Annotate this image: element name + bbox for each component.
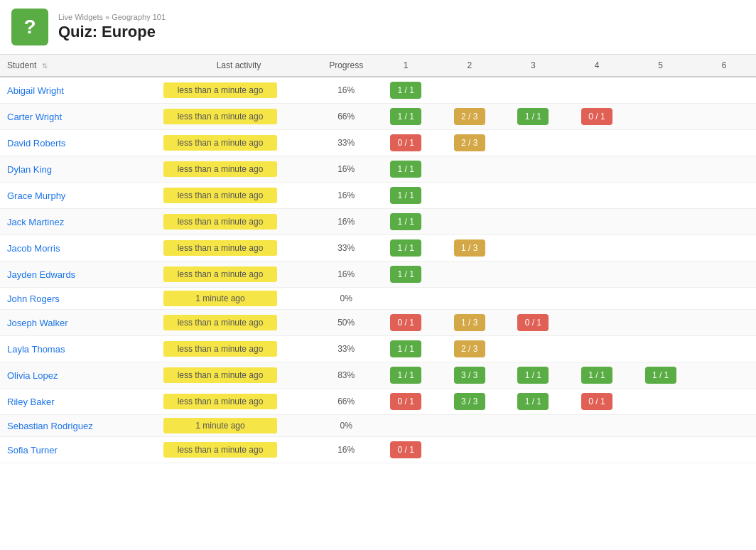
student-name[interactable]: Jacob Morris (0, 235, 159, 261)
score-badge: 1 / 1 (581, 367, 612, 384)
score-q4: 0 / 1 (565, 389, 629, 415)
activity-badge: 1 minute ago (163, 418, 277, 433)
score-badge: 1 / 1 (645, 367, 676, 384)
student-name[interactable]: Olivia Lopez (0, 362, 159, 389)
student-name[interactable]: Grace Murphy (0, 183, 159, 209)
col-header-q3: 3 (502, 55, 566, 77)
student-name[interactable]: Layla Thomas (0, 336, 159, 362)
score-badge: 1 / 1 (517, 367, 549, 384)
activity-cell: less than a minute ago (159, 336, 318, 362)
score-q4: 0 / 1 (565, 104, 629, 130)
activity-badge: less than a minute ago (163, 315, 277, 330)
col-header-activity[interactable]: Last activity (159, 55, 318, 77)
score-q6 (692, 389, 756, 415)
score-q6 (692, 437, 756, 463)
activity-badge: less than a minute ago (163, 188, 277, 203)
progress-cell: 50% (318, 310, 374, 336)
activity-cell: less than a minute ago (159, 261, 318, 288)
score-q6 (692, 336, 756, 362)
table-header-row: Student ⇅ Last activity Progress 1 2 3 (0, 55, 756, 77)
progress-cell: 0% (318, 415, 374, 437)
student-name[interactable]: Carter Wright (0, 104, 159, 130)
activity-cell: less than a minute ago (159, 235, 318, 261)
activity-cell: less than a minute ago (159, 209, 318, 235)
score-q3 (502, 288, 566, 310)
activity-cell: less than a minute ago (159, 156, 318, 183)
col-header-student[interactable]: Student ⇅ (0, 55, 159, 77)
score-q2: 2 / 3 (438, 104, 502, 130)
score-q3 (502, 415, 566, 437)
score-q3 (502, 130, 566, 156)
student-name[interactable]: Sebastian Rodriguez (0, 415, 159, 437)
student-name[interactable]: Jack Martinez (0, 209, 159, 235)
score-q5: 1 / 1 (629, 362, 693, 389)
score-q4 (565, 235, 629, 261)
score-q2 (438, 156, 502, 183)
progress-cell: 16% (318, 156, 374, 183)
sort-icon: ⇅ (42, 62, 48, 70)
progress-cell: 16% (318, 77, 374, 104)
score-badge: 1 / 1 (390, 213, 421, 230)
score-q1: 1 / 1 (374, 183, 438, 209)
progress-cell: 66% (318, 389, 374, 415)
score-q3: 0 / 1 (502, 310, 566, 336)
student-name[interactable]: Joseph Walker (0, 310, 159, 336)
student-name[interactable]: Dylan King (0, 156, 159, 183)
score-q4 (565, 183, 629, 209)
activity-cell: less than a minute ago (159, 183, 318, 209)
progress-cell: 16% (318, 209, 374, 235)
progress-cell: 33% (318, 235, 374, 261)
score-q1: 1 / 1 (374, 336, 438, 362)
score-badge: 3 / 3 (454, 393, 485, 410)
score-q1: 1 / 1 (374, 235, 438, 261)
score-q4 (565, 130, 629, 156)
activity-cell: less than a minute ago (159, 389, 318, 415)
activity-cell: less than a minute ago (159, 130, 318, 156)
table-container: Student ⇅ Last activity Progress 1 2 3 (0, 55, 756, 463)
score-q1 (374, 415, 438, 437)
score-q5 (629, 183, 693, 209)
score-q3 (502, 437, 566, 463)
students-table: Student ⇅ Last activity Progress 1 2 3 (0, 55, 756, 463)
score-q4 (565, 336, 629, 362)
col-header-q5: 5 (629, 55, 693, 77)
score-q2: 1 / 3 (438, 310, 502, 336)
progress-cell: 16% (318, 437, 374, 463)
score-badge: 1 / 1 (390, 161, 421, 178)
score-badge: 1 / 3 (454, 239, 485, 257)
score-q4 (565, 77, 629, 104)
table-row: Sebastian Rodriguez1 minute ago0% (0, 415, 756, 437)
score-q3: 1 / 1 (502, 389, 566, 415)
score-q1: 0 / 1 (374, 389, 438, 415)
score-q1: 1 / 1 (374, 156, 438, 183)
score-q5 (629, 209, 693, 235)
student-name[interactable]: Sofia Turner (0, 437, 159, 463)
page-title: Quiz: Europe (58, 23, 166, 41)
score-q5 (629, 288, 693, 310)
table-row: Joseph Walkerless than a minute ago50%0 … (0, 310, 756, 336)
activity-badge: less than a minute ago (163, 109, 277, 124)
student-name[interactable]: John Rogers (0, 288, 159, 310)
student-name[interactable]: David Roberts (0, 130, 159, 156)
score-q4 (565, 310, 629, 336)
student-name[interactable]: Abigail Wright (0, 77, 159, 104)
activity-badge: less than a minute ago (163, 214, 277, 230)
score-q2 (438, 288, 502, 310)
student-name[interactable]: Riley Baker (0, 389, 159, 415)
activity-badge: less than a minute ago (163, 367, 277, 383)
table-row: Riley Bakerless than a minute ago66%0 / … (0, 389, 756, 415)
score-q4 (565, 288, 629, 310)
score-q6 (692, 130, 756, 156)
score-q2 (438, 77, 502, 104)
activity-badge: less than a minute ago (163, 394, 277, 409)
score-q2: 2 / 3 (438, 130, 502, 156)
col-header-progress[interactable]: Progress (318, 55, 374, 77)
score-q5 (629, 261, 693, 288)
table-row: Carter Wrightless than a minute ago66%1 … (0, 104, 756, 130)
score-q2 (438, 183, 502, 209)
score-q3: 1 / 1 (502, 104, 566, 130)
score-q6 (692, 209, 756, 235)
score-badge: 0 / 1 (390, 393, 421, 410)
student-name[interactable]: Jayden Edwards (0, 261, 159, 288)
col-header-q1: 1 (374, 55, 438, 77)
